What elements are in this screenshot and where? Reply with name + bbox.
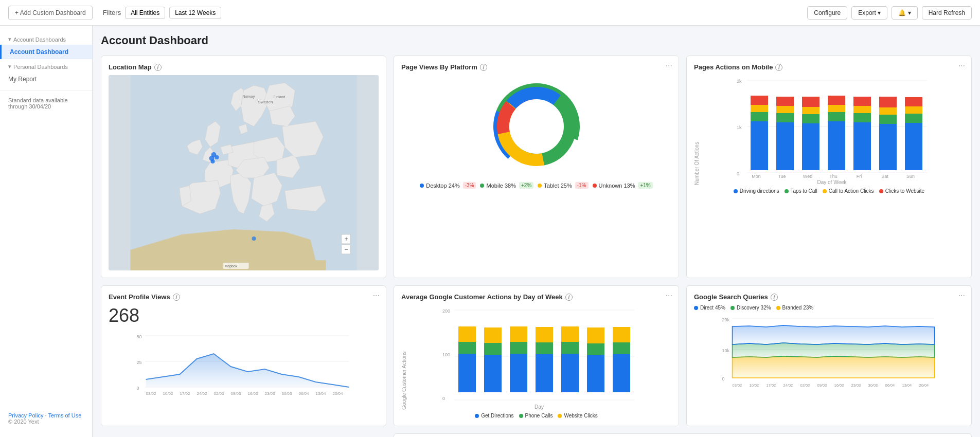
svg-text:Wed: Wed	[803, 174, 812, 178]
svg-text:02/03: 02/03	[800, 383, 810, 388]
svg-rect-89	[458, 342, 476, 354]
personal-dashboards-section[interactable]: ▾ Personal Dashboards	[0, 59, 92, 72]
location-map-card: Location Map i	[101, 56, 386, 278]
sidebar-item-account-dashboard[interactable]: Account Dashboard	[0, 45, 92, 59]
google-search-menu[interactable]: ···	[958, 291, 965, 300]
legend-phone-calls: Phone Calls	[519, 413, 553, 418]
svg-rect-106	[613, 354, 630, 392]
svg-text:10/02: 10/02	[750, 383, 759, 388]
svg-rect-102	[561, 326, 579, 342]
svg-text:09/03: 09/03	[231, 391, 242, 396]
mobile-actions-svg: 2k 1k 0	[700, 75, 964, 178]
svg-rect-105	[587, 327, 604, 343]
svg-rect-34	[776, 113, 794, 122]
svg-text:Sweden: Sweden	[258, 100, 273, 104]
date-range-filter[interactable]: Last 12 Weeks	[169, 7, 221, 19]
svg-rect-32	[751, 96, 768, 105]
svg-point-7	[211, 159, 215, 163]
svg-text:23/03: 23/03	[265, 391, 276, 396]
legend-website-clicks: Website Clicks	[558, 413, 597, 418]
svg-text:13/04: 13/04	[316, 391, 327, 396]
svg-rect-46	[853, 113, 871, 122]
svg-text:17/02: 17/02	[180, 391, 191, 396]
mobile-actions-card: ··· Pages Actions on Mobile i Number Of …	[686, 56, 972, 278]
svg-rect-38	[802, 114, 819, 123]
legend-driving: Driving directions	[734, 188, 779, 194]
add-dashboard-button[interactable]: + Add Custom Dashboard	[8, 6, 93, 20]
svg-rect-90	[458, 326, 476, 342]
filters-label: Filters	[103, 9, 121, 16]
svg-point-6	[215, 155, 219, 159]
page-views-info-icon[interactable]: i	[480, 64, 487, 71]
mobile-actions-title: Pages Actions on Mobile i	[694, 63, 964, 71]
svg-rect-41	[828, 121, 845, 170]
map-container[interactable]: Sweden Norway Finland Mapbox	[109, 75, 379, 270]
svg-text:Mon: Mon	[752, 174, 761, 178]
svg-text:0: 0	[442, 396, 445, 401]
avg-google-chart-row: Google Customer Actions 200 100 0	[401, 305, 671, 410]
legend-mobile: Mobile 38% +2%	[480, 182, 533, 189]
copyright: © 2020 Yext	[8, 418, 84, 425]
competitor-rating-card: ··· Google Competitor Average Rating i Y…	[394, 433, 972, 437]
mobile-actions-legend: Driving directions Taps to Call Call to …	[694, 188, 964, 194]
svg-rect-42	[828, 112, 845, 121]
notifications-button[interactable]: 🔔 ▾	[892, 6, 917, 20]
svg-point-22	[509, 99, 564, 154]
google-search-card: ··· Google Search Queries i Direct 45% D…	[686, 285, 972, 426]
page-title: Account Dashboard	[101, 34, 972, 47]
dashboard-grid: Location Map i	[101, 56, 972, 437]
svg-text:16/03: 16/03	[248, 391, 259, 396]
account-dashboards-section[interactable]: ▾ Account Dashboards	[0, 32, 92, 45]
svg-text:17/02: 17/02	[767, 383, 776, 388]
privacy-policy-link[interactable]: Privacy Policy	[8, 412, 43, 418]
hard-refresh-button[interactable]: Hard Refresh	[922, 6, 972, 20]
svg-rect-50	[879, 115, 897, 124]
page-views-legend: Desktop 24% -3% Mobile 38% +2% Tablet 25…	[401, 182, 671, 189]
sidebar-item-my-report[interactable]: My Report	[0, 72, 92, 86]
event-profile-number: 268	[109, 305, 379, 326]
page-views-menu[interactable]: ···	[666, 61, 672, 70]
terms-link[interactable]: Terms of Use	[48, 412, 81, 418]
avg-google-info-icon[interactable]: i	[565, 294, 573, 301]
svg-text:Sat: Sat	[881, 174, 888, 178]
svg-text:20/04: 20/04	[333, 391, 344, 396]
configure-button[interactable]: Configure	[807, 6, 847, 20]
export-button[interactable]: Export ▾	[851, 6, 887, 20]
legend-branded: Branded 23%	[776, 305, 814, 311]
filter-bar: Filters All Entities Last 12 Weeks	[99, 7, 801, 19]
svg-text:Fri: Fri	[857, 174, 862, 178]
svg-text:02/03: 02/03	[214, 391, 225, 396]
svg-text:200: 200	[442, 308, 450, 314]
google-search-title: Google Search Queries i	[694, 293, 964, 301]
svg-text:06/04: 06/04	[299, 391, 310, 396]
svg-rect-51	[879, 107, 897, 115]
svg-text:20k: 20k	[722, 317, 730, 322]
google-search-info-icon[interactable]: i	[771, 294, 778, 301]
avg-google-svg: 200 100 0	[407, 305, 671, 403]
svg-rect-104	[587, 343, 604, 355]
location-map-info-icon[interactable]: i	[154, 64, 162, 71]
svg-text:0: 0	[137, 386, 139, 391]
event-profile-menu[interactable]: ···	[373, 291, 380, 300]
event-profile-card: ··· Event Profile Views i 268 50 25 0	[101, 285, 386, 426]
google-search-svg: 20k 10k 0 03/02 10/02	[694, 314, 964, 396]
sidebar-footer: Privacy Policy · Terms of Use © 2020 Yex…	[0, 406, 92, 431]
legend-taps-call: Taps to Call	[785, 188, 817, 194]
avg-google-menu[interactable]: ···	[666, 291, 672, 300]
legend-cta-clicks: Call to Action Clicks	[823, 188, 874, 194]
event-profile-title: Event Profile Views i	[109, 293, 379, 301]
svg-text:50: 50	[137, 334, 142, 339]
all-entities-filter[interactable]: All Entities	[125, 7, 165, 19]
main-content: Account Dashboard Location Map i	[93, 26, 980, 437]
svg-text:−: −	[345, 246, 348, 253]
svg-text:Sun: Sun	[906, 174, 915, 178]
mobile-actions-menu[interactable]: ···	[958, 61, 965, 70]
mobile-actions-info-icon[interactable]: i	[775, 64, 782, 71]
event-profile-info-icon[interactable]: i	[173, 294, 180, 301]
svg-rect-44	[828, 96, 845, 105]
svg-rect-31	[751, 105, 768, 112]
svg-rect-45	[853, 122, 871, 170]
svg-rect-30	[751, 112, 768, 121]
svg-rect-55	[905, 106, 922, 114]
svg-text:Finland: Finland	[274, 95, 286, 99]
